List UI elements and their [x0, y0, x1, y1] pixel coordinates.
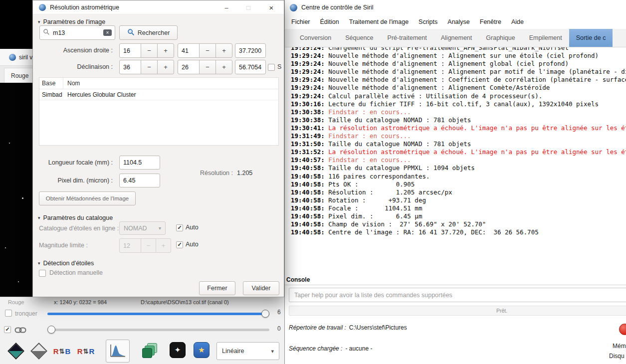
log-timestamp: 19:40:58:	[291, 188, 325, 196]
star-blue-icon: ★	[194, 342, 209, 358]
south-checkbox[interactable]	[268, 64, 275, 71]
log-timestamp: 19:29:24:	[291, 47, 325, 51]
plus-button[interactable]: +	[215, 60, 232, 74]
magnitude-auto-checkbox[interactable]: ✓	[176, 241, 183, 248]
command-input[interactable]	[289, 288, 626, 302]
pixel-size-label: Pixel dim. (micron) :	[33, 177, 113, 184]
log-message: La résolution astrométrique a échoué. L'…	[325, 148, 626, 156]
object-search-input[interactable]: m13 ×	[39, 25, 115, 40]
inverse-view-button[interactable]	[29, 341, 49, 361]
dec-minutes-value[interactable]: 26	[178, 60, 200, 74]
slider-track	[47, 313, 269, 315]
log-line: 19:29:24: Nouvelle méthode d'alignement …	[291, 76, 626, 84]
log-line: 19:40:58: Rotation : +93.71 deg	[291, 196, 626, 204]
tab[interactable]: Sortie de c	[569, 29, 613, 47]
plus-button[interactable]: +	[156, 238, 171, 253]
memory-label: Mém	[613, 343, 626, 350]
close-button-label: Fermer	[207, 285, 227, 292]
console-divider	[285, 285, 626, 285]
high-level-slider[interactable]	[47, 307, 269, 320]
log-message: Pts OK : 0.905	[325, 181, 415, 188]
minimize-button[interactable]: –	[220, 0, 233, 14]
tab[interactable]: Alignement	[434, 29, 479, 47]
swap-red-red-button[interactable]: R ⇅ R	[75, 341, 97, 361]
image-canvas[interactable]	[0, 83, 32, 297]
log-message: Taille du catalogue PPMXL : 1094 objets	[325, 164, 475, 172]
status-filename: D:\capture\DSO\m13 col.tif (canal 0)	[141, 299, 229, 305]
catalogue-parameters-expander[interactable]: ▾ Paramètres du catalogue	[38, 214, 113, 221]
star-detection-button[interactable]: ✦	[170, 342, 186, 358]
swap-red-blue-button[interactable]: R ⇅ B	[51, 341, 73, 361]
layers-button[interactable]	[141, 342, 160, 361]
log-message: Findstar : en cours...	[325, 108, 411, 116]
star-dot	[22, 197, 23, 199]
plus-button[interactable]: +	[157, 43, 174, 58]
catalogue-auto-checkbox[interactable]: ✓	[176, 224, 183, 231]
menu-item[interactable]: Traitement de l'image	[344, 16, 414, 28]
ra-seconds-field[interactable]: 37.7200	[235, 43, 266, 58]
histogram-button[interactable]	[106, 340, 130, 363]
focal-length-field[interactable]: 1104.5	[119, 156, 160, 170]
log-timestamp: 19:29:24:	[291, 92, 325, 100]
minus-button[interactable]: −	[199, 60, 216, 74]
display-mode-value: Linéaire	[222, 348, 244, 355]
psf-button[interactable]: ★	[194, 342, 209, 358]
tab[interactable]: Graphique	[479, 29, 522, 47]
minus-button[interactable]: −	[141, 60, 158, 74]
tab-label: Séquence	[345, 34, 373, 41]
pixel-size-field[interactable]: 6.45	[119, 174, 160, 187]
ra-minutes-value[interactable]: 41	[178, 43, 200, 58]
dec-degrees-value[interactable]: 36	[119, 60, 141, 74]
maximize-button[interactable]: □	[242, 0, 255, 14]
display-mode-select[interactable]: Linéaire ▾	[216, 342, 279, 360]
manual-detection-checkbox[interactable]	[39, 270, 46, 277]
main-titlebar: Centre de contrôle de Siril	[285, 0, 626, 15]
main-window-title: Centre de contrôle de Siril	[301, 4, 374, 11]
tab[interactable]: Empilement	[522, 29, 569, 47]
stop-button[interactable]	[619, 324, 626, 335]
slider-handle[interactable]	[261, 310, 269, 318]
menu-item[interactable]: Édition	[315, 16, 344, 28]
screen: siril v0. Rouge Rouge x: 1240 y: 0232 = …	[0, 0, 626, 364]
tab[interactable]: Conversion	[293, 29, 338, 47]
menu-item[interactable]: Fichier	[286, 16, 315, 28]
plus-button[interactable]: +	[215, 43, 232, 58]
get-metadata-button[interactable]: Obtenir Métadonnées de l'Image	[39, 191, 136, 205]
minus-button[interactable]: −	[141, 43, 158, 58]
plus-button[interactable]: +	[157, 60, 174, 74]
close-button[interactable]: Fermer	[199, 281, 235, 295]
tab[interactable]: Pré-traitement	[381, 29, 434, 47]
menu-item[interactable]: Fenêtre	[475, 16, 506, 28]
slider-handle[interactable]	[47, 326, 55, 334]
catalogue-value: NOMAD	[124, 225, 147, 232]
table-row[interactable]: Simbad Hercules Globular Cluster	[39, 89, 278, 100]
magnitude-value[interactable]: 12	[119, 238, 141, 253]
expander-arrow-icon: ▾	[38, 19, 40, 24]
star-detection-label: Détection d'étoiles	[43, 260, 94, 267]
dec-seconds-field[interactable]: 56.7054	[235, 60, 266, 74]
menu-item[interactable]: Aide	[506, 16, 529, 28]
clear-search-icon[interactable]: ×	[103, 29, 112, 36]
catalogue-select[interactable]: NOMAD ▾	[119, 221, 166, 235]
log-message: Champ de vision : 27' 56.69" x 20' 52.70…	[325, 220, 486, 228]
minus-button[interactable]: −	[141, 238, 156, 253]
link-sliders-checkbox[interactable]: ✓	[4, 326, 11, 333]
log-timestamp: 19:31:50:	[291, 140, 325, 148]
negative-view-button[interactable]	[6, 341, 26, 361]
validate-button[interactable]: Valider	[243, 281, 279, 295]
minus-button[interactable]: −	[199, 43, 216, 58]
focal-length-label: Longueur focale (mm) :	[33, 159, 113, 166]
menu-item[interactable]: Analyse	[442, 16, 474, 28]
log-timestamp: 19:30:38:	[291, 108, 325, 116]
truncate-checkbox[interactable]	[5, 310, 12, 317]
low-level-slider[interactable]	[47, 323, 269, 336]
log-message: La résolution astrométrique a échoué. L'…	[325, 124, 626, 132]
ra-hours-value[interactable]: 16	[119, 43, 141, 58]
tab[interactable]: Séquence	[338, 29, 380, 47]
log-output[interactable]: 19:29:24: Chargement du script Pre-trait…	[285, 47, 626, 276]
star-detection-expander[interactable]: ▾ Détection d'étoiles	[38, 260, 94, 267]
search-button[interactable]: Rechercher	[119, 25, 178, 40]
menu-item[interactable]: Scripts	[414, 16, 442, 28]
close-icon[interactable]: ×	[265, 0, 278, 14]
image-parameters-expander[interactable]: ▾ Paramètres de l'image	[38, 18, 105, 25]
